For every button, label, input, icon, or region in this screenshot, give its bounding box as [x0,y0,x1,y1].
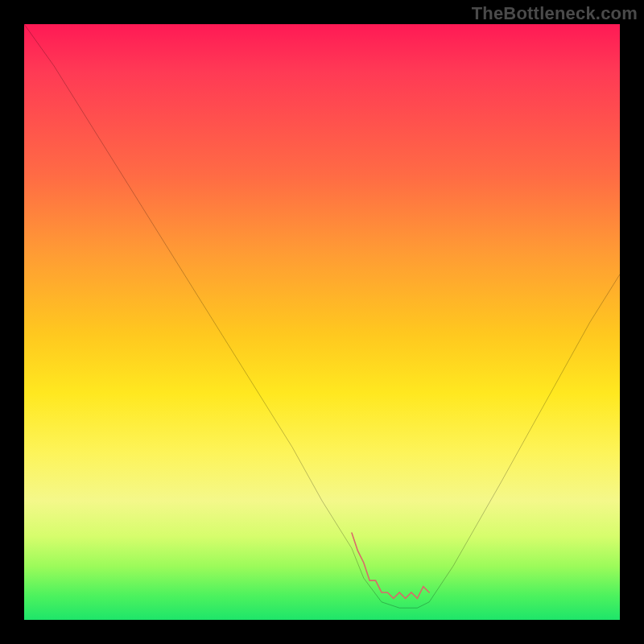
plot-area [24,24,620,620]
watermark-text: TheBottleneck.com [472,3,638,24]
curve-layer [24,24,620,620]
chart-frame: TheBottleneck.com [0,0,644,644]
bottleneck-curve [24,24,620,608]
min-marker-stroke [352,533,429,598]
